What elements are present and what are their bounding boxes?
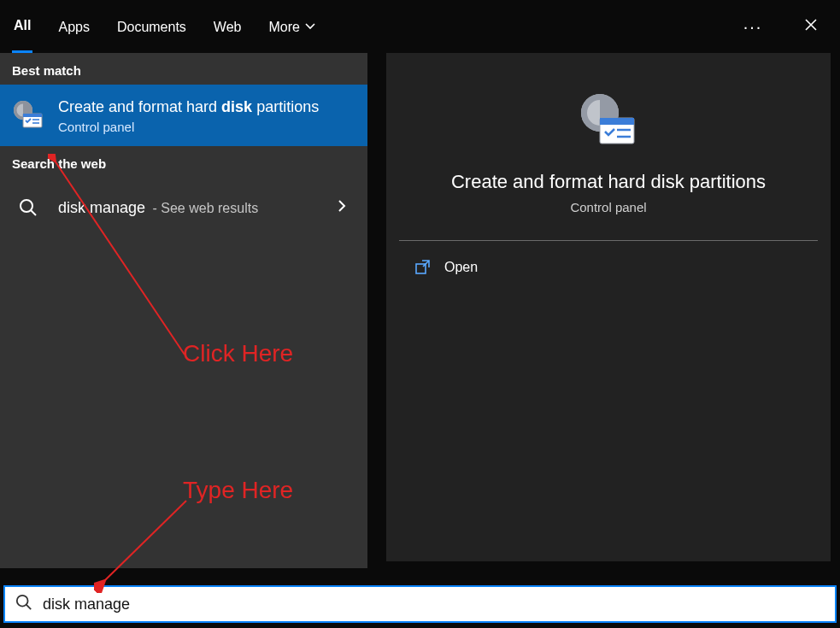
close-button[interactable] — [794, 9, 828, 44]
section-search-web: Search the web — [0, 146, 367, 178]
tab-more-label: More — [268, 20, 299, 35]
preview-panel: Create and format hard disk partitions C… — [386, 53, 831, 561]
web-result[interactable]: disk manage - See web results — [0, 178, 367, 238]
search-icon — [10, 190, 46, 226]
tab-apps[interactable]: Apps — [56, 0, 91, 53]
results-panel: Best match Create and format — [0, 53, 367, 568]
search-bar[interactable] — [3, 585, 837, 623]
best-match-title-pre: Create and format hard — [58, 98, 221, 115]
search-tabs: All Apps Documents Web More ··· — [0, 0, 840, 53]
svg-point-13 — [17, 596, 28, 607]
open-action[interactable]: Open — [386, 241, 831, 294]
best-match-title-bold: disk — [221, 98, 252, 115]
preview-disk-management-icon — [574, 87, 643, 156]
search-input[interactable] — [43, 596, 825, 613]
web-result-suffix: See web results — [161, 201, 258, 215]
search-input-icon — [15, 594, 32, 614]
open-icon — [415, 260, 431, 275]
divider — [399, 240, 818, 241]
tab-more[interactable]: More — [267, 0, 316, 53]
ellipsis-icon: ··· — [743, 17, 763, 37]
svg-rect-2 — [23, 114, 42, 117]
best-match-subtitle: Control panel — [58, 120, 355, 134]
dash: - — [153, 201, 162, 215]
web-result-query: disk manage — [58, 199, 145, 216]
preview-subtitle: Control panel — [570, 200, 646, 214]
preview-title: Create and format hard disk partitions — [451, 171, 766, 193]
disk-management-icon — [10, 97, 46, 133]
best-match-text: Create and format hard disk partitions C… — [58, 97, 355, 134]
more-options-button[interactable]: ··· — [736, 9, 770, 44]
tab-web[interactable]: Web — [212, 0, 244, 53]
chevron-down-icon — [305, 20, 315, 35]
tab-all[interactable]: All — [12, 0, 32, 53]
best-match-result[interactable]: Create and format hard disk partitions C… — [0, 85, 367, 146]
close-icon — [804, 18, 818, 35]
svg-rect-9 — [600, 118, 634, 125]
chevron-right-icon — [337, 199, 355, 217]
svg-line-6 — [31, 210, 36, 215]
best-match-title-post: partitions — [252, 98, 319, 115]
tab-documents[interactable]: Documents — [115, 0, 188, 53]
open-label: Open — [444, 260, 478, 275]
section-best-match: Best match — [0, 53, 367, 85]
svg-point-5 — [21, 200, 32, 212]
svg-line-14 — [26, 605, 31, 609]
